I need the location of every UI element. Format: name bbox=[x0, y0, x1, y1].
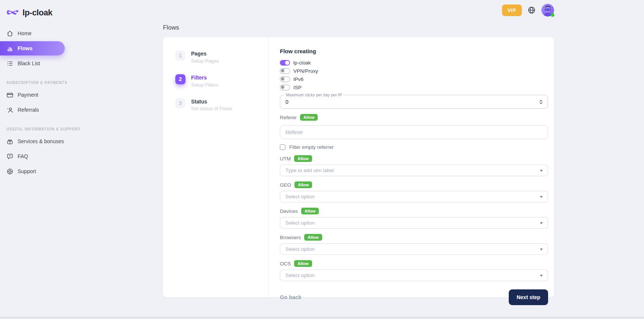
section-divider bbox=[70, 82, 72, 83]
sidebar-item-faq[interactable]: ?! FAQ bbox=[0, 149, 73, 163]
filters-form: Flow creating lp-cloak VPN/Proxy IPv6 bbox=[269, 37, 554, 297]
sidebar-item-label: Black List bbox=[18, 60, 40, 66]
svg-text:?!: ?! bbox=[9, 154, 11, 157]
step-title: Filters bbox=[191, 75, 218, 81]
sidebar-item-referrals[interactable]: Referrals bbox=[0, 103, 73, 117]
flows-stack-icon bbox=[6, 45, 13, 52]
gift-icon bbox=[6, 138, 13, 145]
app-viewport: lp-cloak Home bbox=[0, 0, 644, 319]
sidebar-item-label: Flows bbox=[18, 45, 33, 51]
ocs-label: OCS bbox=[280, 261, 291, 267]
lp-cloak-toggle[interactable] bbox=[280, 60, 290, 66]
select-placeholder: Select option bbox=[285, 194, 315, 199]
sidebar-item-label: Services & bonuses bbox=[18, 138, 64, 144]
filter-empty-referrer-row[interactable]: Filter empty referrer bbox=[280, 144, 548, 150]
credit-card-icon bbox=[6, 91, 13, 99]
devices-allow-badge[interactable]: Allow bbox=[301, 208, 319, 214]
chevron-down-icon bbox=[540, 222, 543, 224]
referer-input[interactable] bbox=[280, 129, 548, 135]
referer-label: Referer bbox=[280, 115, 297, 120]
sidebar-item-services-bonuses[interactable]: Services & bonuses bbox=[0, 134, 73, 148]
geo-allow-badge[interactable]: Allow bbox=[294, 181, 312, 188]
browsers-allow-badge[interactable]: Allow bbox=[304, 234, 322, 241]
browsers-label-row: Browsers Allow bbox=[280, 234, 548, 241]
toggle-label: lp-cloak bbox=[293, 60, 311, 66]
geo-label: GEO bbox=[280, 182, 291, 188]
browsers-select[interactable]: Select option bbox=[280, 243, 548, 255]
sidebar-item-home[interactable]: Home bbox=[0, 26, 73, 40]
ocs-select[interactable]: Select option bbox=[280, 270, 548, 281]
app-name: lp-cloak bbox=[22, 8, 52, 18]
step-pages[interactable]: 1 Pages Setup Pages bbox=[175, 50, 268, 64]
filter-empty-referrer-checkbox[interactable] bbox=[280, 144, 285, 150]
max-clicks-field: Maximum clicks per day per IP bbox=[280, 95, 548, 109]
sidebar-item-payment[interactable]: Payment bbox=[0, 88, 73, 102]
utm-label-row: UTM Allow bbox=[280, 155, 548, 162]
geo-label-row: GEO Allow bbox=[280, 181, 548, 189]
user-avatar[interactable] bbox=[541, 4, 554, 16]
step-subtitle: Set status of Flows bbox=[191, 106, 232, 111]
lifebuoy-icon bbox=[6, 168, 13, 175]
isp-toggle[interactable] bbox=[280, 85, 290, 90]
toggle-label: ISP bbox=[293, 85, 302, 90]
referer-label-row: Referer Allow bbox=[280, 114, 548, 121]
vip-button[interactable]: VIP bbox=[502, 4, 522, 16]
step-subtitle: Setup Filters bbox=[191, 82, 218, 88]
step-title: Status bbox=[191, 99, 232, 105]
sidebar-section-label: SUBSCRIPTION & PAYMENTS bbox=[6, 81, 67, 85]
utm-allow-badge[interactable]: Allow bbox=[294, 155, 312, 162]
sidebar-section-support: USEFUL INFORMATION & SUPPORT bbox=[6, 127, 73, 131]
ocs-allow-badge[interactable]: Allow bbox=[294, 260, 312, 267]
vpn-proxy-toggle[interactable] bbox=[280, 68, 290, 74]
step-number-badge: 2 bbox=[175, 74, 185, 84]
select-placeholder: Select option bbox=[285, 220, 315, 226]
step-filters[interactable]: 2 Filters Setup Filters bbox=[175, 74, 268, 88]
chevron-down-icon bbox=[540, 249, 543, 250]
go-back-button[interactable]: Go back bbox=[280, 294, 301, 300]
step-title: Pages bbox=[191, 51, 219, 57]
toggle-row-vpn-proxy: VPN/Proxy bbox=[280, 68, 548, 74]
chevron-down-icon bbox=[540, 196, 543, 198]
wizard-steps: 1 Pages Setup Pages 2 Filters Setup Filt… bbox=[163, 37, 269, 297]
sidebar-item-support[interactable]: Support bbox=[0, 164, 73, 178]
toggle-label: VPN/Proxy bbox=[293, 68, 318, 74]
devices-label: Devices bbox=[280, 208, 298, 214]
sidebar-item-label: Payment bbox=[18, 92, 38, 98]
referer-allow-badge[interactable]: Allow bbox=[300, 114, 318, 121]
max-clicks-input[interactable] bbox=[280, 99, 548, 105]
chevron-down-icon bbox=[540, 170, 543, 172]
step-status[interactable]: 3 Status Set status of Flows bbox=[175, 98, 268, 112]
toggle-label: IPv6 bbox=[293, 76, 303, 82]
number-stepper-icon[interactable] bbox=[539, 99, 543, 105]
step-subtitle: Setup Pages bbox=[191, 58, 219, 64]
language-globe-icon[interactable] bbox=[527, 6, 536, 14]
sidebar-item-flows[interactable]: Flows bbox=[0, 41, 65, 55]
toggle-row-isp: ISP bbox=[280, 84, 548, 90]
max-clicks-label: Maximum clicks per day per IP bbox=[284, 93, 344, 97]
chevron-down-icon bbox=[540, 275, 543, 277]
utm-field[interactable] bbox=[280, 165, 548, 176]
utm-input[interactable] bbox=[285, 168, 536, 173]
online-status-dot bbox=[551, 13, 554, 17]
referer-field bbox=[280, 125, 548, 139]
list-icon bbox=[6, 60, 13, 67]
devices-select[interactable]: Select option bbox=[280, 217, 548, 229]
select-placeholder: Select option bbox=[285, 246, 315, 252]
main-area: VIP bbox=[73, 0, 644, 316]
topbar: VIP bbox=[163, 3, 554, 18]
sidebar-item-label: Home bbox=[18, 30, 31, 36]
flow-wizard-card: 1 Pages Setup Pages 2 Filters Setup Filt… bbox=[163, 37, 554, 297]
ipv6-toggle[interactable] bbox=[280, 76, 290, 82]
devices-label-row: Devices Allow bbox=[280, 207, 548, 215]
sidebar-item-black-list[interactable]: Black List bbox=[0, 56, 73, 70]
logo[interactable]: lp-cloak bbox=[0, 4, 73, 21]
sidebar-section-label: USEFUL INFORMATION & SUPPORT bbox=[6, 127, 81, 131]
geo-select[interactable]: Select option bbox=[280, 191, 548, 202]
next-step-button[interactable]: Next step bbox=[509, 289, 548, 305]
select-placeholder: Select option bbox=[285, 273, 315, 278]
form-title: Flow creating bbox=[280, 48, 548, 54]
utm-label: UTM bbox=[280, 156, 291, 162]
form-footer: Go back Next step bbox=[280, 289, 548, 305]
sidebar-item-label: FAQ bbox=[18, 153, 28, 159]
browsers-label: Browsers bbox=[280, 235, 301, 240]
